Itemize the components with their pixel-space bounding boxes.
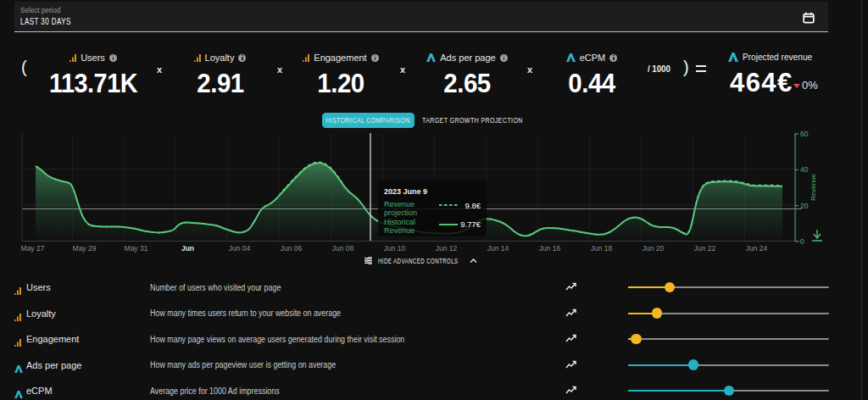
svg-text:Jun 12: Jun 12 — [436, 244, 458, 253]
svg-text:40: 40 — [800, 165, 809, 174]
svg-text:Revenue: Revenue — [810, 173, 817, 201]
svg-text:Jun 20: Jun 20 — [643, 244, 665, 253]
svg-text:Jun 10: Jun 10 — [384, 244, 406, 253]
svg-text:Jun 14: Jun 14 — [487, 244, 509, 253]
svg-text:May 27: May 27 — [21, 244, 45, 253]
svg-text:60: 60 — [800, 130, 809, 138]
svg-text:May 31: May 31 — [125, 244, 148, 253]
svg-text:Jun 08: Jun 08 — [332, 244, 354, 253]
svg-text:Jun 16: Jun 16 — [539, 244, 561, 253]
svg-text:Jun 06: Jun 06 — [281, 244, 303, 253]
svg-text:Jun: Jun — [181, 244, 194, 253]
svg-text:Jun 18: Jun 18 — [591, 244, 613, 253]
svg-text:20: 20 — [800, 202, 809, 210]
svg-text:Jun 24: Jun 24 — [746, 244, 768, 253]
svg-text:Jun 22: Jun 22 — [694, 244, 716, 253]
svg-text:Jun 04: Jun 04 — [229, 244, 251, 253]
svg-text:May 29: May 29 — [73, 244, 97, 253]
svg-text:0: 0 — [800, 237, 804, 246]
